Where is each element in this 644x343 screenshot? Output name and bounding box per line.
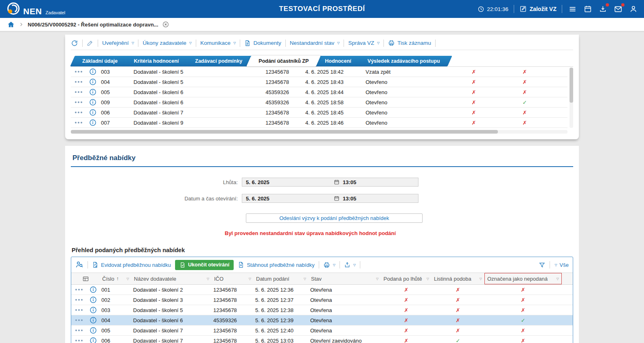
row-info-button[interactable]	[87, 317, 100, 323]
calendar-icon[interactable]	[334, 179, 340, 185]
col-header-stav[interactable]: Stav▽	[309, 273, 381, 284]
scrollbar-thumb[interactable]	[71, 130, 498, 134]
row-menu-button[interactable]	[71, 71, 86, 73]
filter-dropdown-icon[interactable]: ▽	[376, 277, 379, 281]
participant-row[interactable]: 009Dodavatel - školení 6453593264. 6. 20…	[71, 97, 567, 108]
time-value[interactable]: 13:05	[343, 196, 356, 202]
stahnout-nabidky-button[interactable]: Stáhnout předběžné nabídky	[238, 262, 314, 268]
toolbar-sprava-vz[interactable]: Správa VZ▽	[348, 40, 379, 46]
tab[interactable]: Základní údaje	[72, 56, 127, 66]
create-vz-button[interactable]: Založit VZ	[519, 5, 556, 13]
breadcrumb-item[interactable]: N006/25/V00005292 - Řešení optimalizace …	[28, 21, 169, 28]
row-info-button[interactable]	[87, 337, 100, 343]
filter-dropdown-icon[interactable]: ▽	[427, 277, 429, 281]
offer-row[interactable]: 005Dodavatel - školení 7123456785. 6. 20…	[71, 325, 573, 336]
toolbar-dokumenty[interactable]: Dokumenty	[244, 40, 281, 46]
row-menu-button[interactable]	[71, 112, 86, 113]
evidovat-nabidku-button[interactable]: Evidovat předběžnou nabídku	[92, 262, 171, 268]
participant-row[interactable]: 005Dodavatel - školení 6453593264. 6. 20…	[71, 87, 567, 97]
oteviranie-datetime-field[interactable]: 5. 6. 2025 13:05	[242, 194, 418, 203]
filter-dropdown-icon[interactable]: ▽	[207, 277, 209, 281]
row-menu-button[interactable]	[71, 340, 87, 341]
col-header-datum[interactable]: Datum podání▽	[254, 273, 309, 284]
offer-row[interactable]: 001Dodavatel - školení 2123456785. 6. 20…	[71, 285, 573, 295]
tab[interactable]: Hodnocení	[315, 56, 361, 66]
col-header-podana-po-lhute[interactable]: Podaná po lhůtě▽	[381, 273, 432, 284]
vertical-scrollbar[interactable]	[570, 68, 573, 128]
offer-row[interactable]: 004Dodavatel - školení 6453593265. 6. 20…	[71, 315, 573, 325]
tab[interactable]: Podání účastníků ZP	[249, 56, 318, 66]
filter-button[interactable]	[539, 262, 545, 268]
filter-dropdown-icon[interactable]: ▽	[304, 277, 306, 281]
col-header-ico[interactable]: IČO▽	[212, 273, 254, 284]
filter-dropdown-icon[interactable]: ▽	[480, 277, 482, 281]
cell-podana-po-lhute: ✗	[381, 307, 432, 313]
history-button[interactable]	[71, 40, 78, 47]
filter-dropdown-icon[interactable]: ▽	[249, 277, 251, 281]
toolbar-komunikace[interactable]: Komunikace▽	[200, 40, 236, 46]
tab[interactable]: Výsledek zadávacího postupu	[358, 56, 450, 66]
tab[interactable]: Zadávací podmínky	[185, 56, 252, 66]
row-info-button[interactable]	[87, 327, 100, 334]
filter-dropdown-icon[interactable]: ▽	[127, 277, 129, 281]
toolbar-tisk-zaznamu[interactable]: Tisk záznamu	[388, 40, 431, 46]
column-settings-button[interactable]	[71, 273, 100, 284]
row-info-button[interactable]	[87, 307, 100, 313]
close-record-button[interactable]	[162, 21, 169, 28]
row-menu-button[interactable]	[71, 101, 86, 103]
row-menu-button[interactable]	[71, 81, 86, 83]
row-menu-button[interactable]	[71, 330, 87, 331]
row-info-button[interactable]	[86, 99, 99, 106]
row-info-button[interactable]	[86, 119, 99, 126]
col-header-listinna-podoba[interactable]: Listinná podoba▽	[432, 273, 484, 284]
view-selector[interactable]: ▽ Vše	[554, 262, 569, 268]
horizontal-scrollbar[interactable]	[71, 130, 567, 134]
row-menu-button[interactable]	[71, 309, 87, 311]
date-value[interactable]: 5. 6. 2025	[242, 196, 334, 202]
row-menu-button[interactable]	[71, 91, 86, 93]
row-info-button[interactable]	[87, 297, 100, 303]
time-value[interactable]: 13:05	[343, 179, 356, 185]
toolbar-ukony-zadavatele[interactable]: Úkony zadavatele▽	[142, 40, 191, 46]
participant-row[interactable]: 007Dodavatel - školení 9123456784. 6. 20…	[71, 118, 567, 128]
offer-row[interactable]: 003Dodavatel - školení 5123456785. 6. 20…	[71, 305, 573, 315]
participant-row[interactable]: 003Dodavatel - školení 5123456784. 6. 20…	[71, 67, 567, 77]
row-info-button[interactable]	[86, 109, 99, 116]
messages-button[interactable]	[613, 4, 623, 14]
ukoncit-oteviranie-button[interactable]: Ukončit otevírání	[175, 260, 234, 270]
send-invitation-button[interactable]: Odeslání výzvy k podání předběžných nabí…	[246, 213, 423, 223]
col-header-oznacena-jako-nepodana[interactable]: Označena jako nepodaná▽	[484, 273, 562, 284]
menu-button[interactable]	[567, 4, 578, 14]
row-info-button[interactable]	[86, 89, 99, 95]
date-value[interactable]: 5. 6. 2025	[242, 179, 334, 185]
toolbar-uverejneni[interactable]: Uveřejnění▽	[102, 40, 134, 46]
print-table-button[interactable]: ▽	[323, 262, 335, 268]
offer-row[interactable]: 002Dodavatel - školení 3123456785. 6. 20…	[71, 295, 573, 305]
row-menu-button[interactable]	[71, 319, 87, 321]
downloads-button[interactable]	[598, 4, 608, 14]
export-table-button[interactable]: ▽	[344, 262, 356, 268]
nen-logo[interactable]: NEN Zadavatel	[7, 2, 65, 15]
filter-dropdown-icon[interactable]: ▽	[556, 277, 559, 281]
offer-row[interactable]: 006Dodavatel - školení 7123456785. 6. 20…	[71, 336, 573, 343]
calendar-icon[interactable]	[334, 196, 340, 201]
row-menu-button[interactable]	[71, 289, 87, 290]
participant-row[interactable]: 004Dodavatel - školení 5123456784. 6. 20…	[71, 77, 567, 87]
participant-row[interactable]: 006Dodavatel - školení 7123456784. 6. 20…	[71, 108, 567, 118]
edit-record-button[interactable]	[87, 40, 94, 46]
col-header-cislo[interactable]: Číslo↑▽	[100, 273, 131, 284]
row-info-button[interactable]	[87, 286, 100, 293]
home-button[interactable]	[7, 21, 15, 28]
row-info-button[interactable]	[86, 68, 99, 75]
scrollbar-thumb[interactable]	[570, 68, 573, 103]
lhuta-datetime-field[interactable]: 5. 6. 2025 13:05	[242, 178, 418, 187]
row-info-button[interactable]	[86, 79, 99, 85]
search-participant-button[interactable]	[75, 261, 83, 269]
profile-button[interactable]	[629, 4, 638, 14]
row-menu-button[interactable]	[71, 299, 87, 301]
toolbar-nestandardni-stav[interactable]: Nestandardní stav▽	[290, 40, 340, 46]
row-menu-button[interactable]	[71, 122, 86, 123]
col-header-nazev[interactable]: Název dodavatele▽	[131, 273, 212, 284]
calendar-button[interactable]	[583, 4, 593, 14]
tab[interactable]: Kritéria hodnocení	[124, 56, 188, 66]
